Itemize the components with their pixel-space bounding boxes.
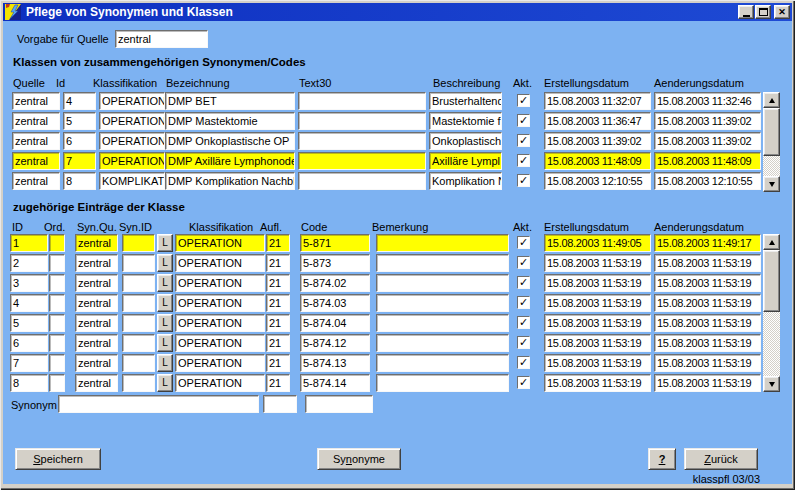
- cell-bemerkung[interactable]: [376, 234, 509, 252]
- cell-syn-id[interactable]: [122, 354, 155, 372]
- cell-ord[interactable]: [49, 354, 65, 372]
- cell-syn-id[interactable]: [122, 374, 155, 392]
- cell-aufl[interactable]: 21: [266, 354, 290, 372]
- cell-klassifikation[interactable]: OPERATION: [175, 294, 265, 312]
- cell-aufl[interactable]: 21: [266, 234, 290, 252]
- synonyme-button[interactable]: Synonyme: [317, 448, 401, 470]
- cell-aenderungsdatum[interactable]: 15.08.2003 11:53:19: [654, 294, 761, 312]
- cell-ord[interactable]: [49, 294, 65, 312]
- scroll-up-button[interactable]: [763, 234, 780, 250]
- cell-id[interactable]: 7: [10, 354, 48, 372]
- cell-klassifikation[interactable]: OPERATION: [99, 92, 165, 110]
- cell-id[interactable]: 8: [63, 172, 96, 190]
- cell-bemerkung[interactable]: [376, 374, 509, 392]
- lov-button[interactable]: L: [157, 314, 173, 332]
- akt-checkbox[interactable]: ✓: [517, 296, 530, 309]
- cell-code[interactable]: 5-871: [300, 234, 370, 252]
- cell-beschreibung[interactable]: Onkoplastisch: [429, 132, 502, 150]
- scrollbar-thumb[interactable]: [763, 108, 780, 156]
- akt-checkbox[interactable]: ✓: [517, 94, 530, 107]
- cell-aenderungsdatum[interactable]: 15.08.2003 11:49:17: [654, 234, 761, 252]
- cell-bemerkung[interactable]: [376, 354, 509, 372]
- cell-code[interactable]: 5-874.04: [300, 314, 370, 332]
- akt-checkbox[interactable]: ✓: [517, 236, 530, 249]
- cell-aenderungsdatum[interactable]: 15.08.2003 11:48:09: [654, 152, 761, 170]
- cell-code[interactable]: 5-874.02: [300, 274, 370, 292]
- cell-quelle[interactable]: zentral: [12, 172, 60, 190]
- cell-erstellungsdatum[interactable]: 15.08.2003 11:53:19: [544, 354, 651, 372]
- cell-erstellungsdatum[interactable]: 15.08.2003 11:36:47: [544, 112, 651, 130]
- scrollbar-thumb[interactable]: [763, 250, 780, 312]
- cell-syn-id[interactable]: [122, 334, 155, 352]
- cell-syn-quelle[interactable]: zentral: [75, 234, 118, 252]
- cell-syn-id[interactable]: [122, 294, 155, 312]
- cell-ord[interactable]: [49, 254, 65, 272]
- akt-checkbox[interactable]: ✓: [517, 114, 530, 127]
- cell-text30[interactable]: [298, 132, 426, 150]
- cell-aufl[interactable]: 21: [266, 294, 290, 312]
- cell-id[interactable]: 6: [10, 334, 48, 352]
- cell-erstellungsdatum[interactable]: 15.08.2003 11:53:19: [544, 334, 651, 352]
- cell-klassifikation[interactable]: OPERATION: [175, 354, 265, 372]
- cell-erstellungsdatum[interactable]: 15.08.2003 12:10:55: [544, 172, 651, 190]
- cell-id[interactable]: 3: [10, 274, 48, 292]
- cell-id[interactable]: 2: [10, 254, 48, 272]
- scroll-down-button[interactable]: [763, 376, 780, 392]
- lov-button[interactable]: L: [157, 354, 173, 372]
- lov-button[interactable]: L: [157, 294, 173, 312]
- cell-erstellungsdatum[interactable]: 15.08.2003 11:39:02: [544, 132, 651, 150]
- vorgabe-quelle-input[interactable]: [115, 30, 208, 48]
- cell-aufl[interactable]: 21: [266, 314, 290, 332]
- synonym-input-2[interactable]: [263, 395, 297, 413]
- akt-checkbox[interactable]: ✓: [517, 276, 530, 289]
- cell-erstellungsdatum[interactable]: 15.08.2003 11:48:09: [544, 152, 651, 170]
- cell-id[interactable]: 5: [63, 112, 96, 130]
- cell-quelle[interactable]: zentral: [12, 112, 60, 130]
- cell-bezeichnung[interactable]: DMP BET: [165, 92, 295, 110]
- cell-syn-quelle[interactable]: zentral: [75, 294, 118, 312]
- akt-checkbox[interactable]: ✓: [517, 336, 530, 349]
- cell-bezeichnung[interactable]: DMP Komplikation Nachblutu: [165, 172, 295, 190]
- cell-klassifikation[interactable]: OPERATION: [99, 132, 165, 150]
- cell-bemerkung[interactable]: [376, 334, 509, 352]
- lov-button[interactable]: L: [157, 254, 173, 272]
- akt-checkbox[interactable]: ✓: [517, 174, 530, 187]
- cell-klassifikation[interactable]: OPERATION: [99, 152, 165, 170]
- cell-id[interactable]: 4: [63, 92, 96, 110]
- lov-button[interactable]: L: [157, 374, 173, 392]
- cell-aenderungsdatum[interactable]: 15.08.2003 11:53:19: [654, 254, 761, 272]
- cell-erstellungsdatum[interactable]: 15.08.2003 11:53:19: [544, 314, 651, 332]
- cell-erstellungsdatum[interactable]: 15.08.2003 11:53:19: [544, 374, 651, 392]
- cell-text30[interactable]: [298, 112, 426, 130]
- cell-code[interactable]: 5-874.14: [300, 374, 370, 392]
- cell-beschreibung[interactable]: Komplikation N: [429, 172, 502, 190]
- cell-id[interactable]: 4: [10, 294, 48, 312]
- cell-aufl[interactable]: 21: [266, 374, 290, 392]
- cell-syn-quelle[interactable]: zentral: [75, 334, 118, 352]
- cell-beschreibung[interactable]: Brusterhaltend: [429, 92, 502, 110]
- akt-checkbox[interactable]: ✓: [517, 376, 530, 389]
- cell-syn-quelle[interactable]: zentral: [75, 374, 118, 392]
- cell-bemerkung[interactable]: [376, 294, 509, 312]
- cell-klassifikation[interactable]: OPERATION: [175, 254, 265, 272]
- cell-bemerkung[interactable]: [376, 274, 509, 292]
- scroll-down-button[interactable]: [763, 176, 780, 192]
- cell-klassifikation[interactable]: OPERATION: [175, 274, 265, 292]
- help-button[interactable]: ?: [648, 448, 676, 470]
- cell-syn-quelle[interactable]: zentral: [75, 354, 118, 372]
- cell-bemerkung[interactable]: [376, 314, 509, 332]
- cell-aufl[interactable]: 21: [266, 254, 290, 272]
- cell-quelle[interactable]: zentral: [12, 152, 60, 170]
- cell-klassifikation[interactable]: OPERATION: [175, 234, 265, 252]
- cell-quelle[interactable]: zentral: [12, 132, 60, 150]
- zurueck-button[interactable]: Zurück: [684, 448, 758, 470]
- cell-id[interactable]: 8: [10, 374, 48, 392]
- cell-id[interactable]: 1: [10, 234, 48, 252]
- cell-klassifikation[interactable]: OPERATION: [175, 314, 265, 332]
- akt-checkbox[interactable]: ✓: [517, 356, 530, 369]
- cell-aufl[interactable]: 21: [266, 334, 290, 352]
- cell-bemerkung[interactable]: [376, 254, 509, 272]
- cell-code[interactable]: 5-874.13: [300, 354, 370, 372]
- cell-bezeichnung[interactable]: DMP Mastektomie: [165, 112, 295, 130]
- cell-syn-id[interactable]: [122, 274, 155, 292]
